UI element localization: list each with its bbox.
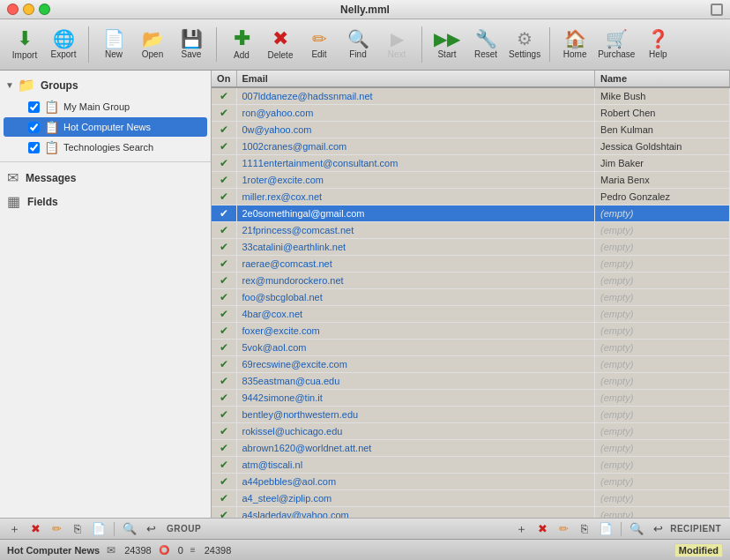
refresh-recip-button[interactable]: ↩ [649,521,667,537]
table-row[interactable]: ✔a4_steel@ziplip.com(empty) [212,490,730,507]
refresh-group-button[interactable]: ↩ [142,521,160,537]
col-on[interactable]: On [212,71,236,87]
on-cell[interactable]: ✔ [212,490,236,507]
open-button[interactable]: 📂 Open [133,27,172,62]
table-row[interactable]: ✔835eastman@cua.edu(empty) [212,373,730,390]
table-row[interactable]: ✔atm@tiscali.nl(empty) [212,457,730,474]
data-table-container[interactable]: On Email Name ✔007lddaneze@hadssnmail.ne… [212,71,730,518]
start-button[interactable]: ▶▶ Start [428,27,466,62]
table-row[interactable]: ✔21fprincess@comcast.net(empty) [212,222,730,239]
on-cell[interactable]: ✔ [212,440,236,457]
table-row[interactable]: ✔1roter@excite.comMaria Benx [212,172,730,189]
on-cell[interactable]: ✔ [212,138,236,155]
maximize-button[interactable] [39,4,50,15]
table-row[interactable]: ✔0w@yahoo.comBen Kulman [212,122,730,138]
table-row[interactable]: ✔2e0somethingal@gmail.com(empty) [212,205,730,222]
reset-button[interactable]: 🔧 Reset [466,27,505,62]
next-button[interactable]: ▶ Next [377,27,416,62]
table-row[interactable]: ✔69recswine@excite.com(empty) [212,356,730,373]
on-cell[interactable]: ✔ [212,457,236,474]
add-recip-button[interactable]: ＋ [512,521,530,537]
delete-button[interactable]: ✖ Delete [261,26,300,63]
on-cell[interactable]: ✔ [212,205,236,222]
table-row[interactable]: ✔bentley@northwestern.edu(empty) [212,407,730,423]
edit-button[interactable]: ✏ Edit [300,27,339,62]
on-cell[interactable]: ✔ [212,172,236,189]
table-row[interactable]: ✔foxer@excite.com(empty) [212,323,730,340]
col-email[interactable]: Email [236,71,595,87]
on-cell[interactable]: ✔ [212,273,236,289]
hot-computer-checkbox[interactable] [28,122,40,133]
table-row[interactable]: ✔a44pebbles@aol.com(empty) [212,474,730,490]
table-row[interactable]: ✔1002cranes@gmail.comJessica Goldshtain [212,138,730,155]
table-row[interactable]: ✔foo@sbcglobal.net(empty) [212,289,730,306]
add-button[interactable]: ✚ Add [222,26,261,63]
close-button[interactable] [7,4,19,15]
import-button[interactable]: ⬇ Import [5,26,44,63]
table-row[interactable]: ✔abrown1620@worldnet.att.net(empty) [212,440,730,457]
table-row[interactable]: ✔ron@yahoo.comRobert Chen [212,105,730,122]
home-button[interactable]: 🏠 Home [555,27,594,62]
table-row[interactable]: ✔007lddaneze@hadssnmail.netMike Bush [212,87,730,105]
edit-group-button[interactable]: ✏ [48,521,65,537]
paste-recip-button[interactable]: 📄 [597,521,615,537]
minimize-button[interactable] [23,4,34,15]
on-cell[interactable]: ✔ [212,155,236,172]
search-recip-button[interactable]: 🔍 [628,521,645,537]
groups-header[interactable]: ▼ 📁 Groups [0,74,211,96]
on-cell[interactable]: ✔ [212,323,236,340]
settings-button[interactable]: ⚙ Settings [505,27,544,62]
table-row[interactable]: ✔9442simone@tin.it(empty) [212,390,730,407]
table-row[interactable]: ✔5vok@aol.com(empty) [212,340,730,356]
delete-group-button[interactable]: ✖ [26,521,44,537]
on-cell[interactable]: ✔ [212,340,236,356]
on-cell[interactable]: ✔ [212,105,236,122]
on-cell[interactable]: ✔ [212,222,236,239]
resize-handle[interactable] [711,4,723,16]
col-name[interactable]: Name [595,71,730,87]
on-cell[interactable]: ✔ [212,239,236,256]
copy-recip-button[interactable]: ⎘ [576,521,593,537]
main-group-checkbox[interactable] [28,101,40,113]
table-row[interactable]: ✔miller.rex@cox.netPedro Gonzalez [212,189,730,205]
on-cell[interactable]: ✔ [212,289,236,306]
on-cell[interactable]: ✔ [212,306,236,323]
sidebar-item-main-group[interactable]: 📋 My Main Group [4,97,207,116]
on-cell[interactable]: ✔ [212,122,236,138]
add-group-button[interactable]: ＋ [5,521,23,537]
on-cell[interactable]: ✔ [212,390,236,407]
paste-group-button[interactable]: 📄 [90,521,108,537]
find-button[interactable]: 🔍 Find [339,27,377,62]
delete-recip-button[interactable]: ✖ [533,521,551,537]
search-group-button[interactable]: 🔍 [121,521,138,537]
export-button[interactable]: 🌐 Export [44,27,83,62]
table-row[interactable]: ✔rex@mundorockero.net(empty) [212,273,730,289]
window-controls[interactable] [7,4,50,15]
on-cell[interactable]: ✔ [212,474,236,490]
on-cell[interactable]: ✔ [212,373,236,390]
on-cell[interactable]: ✔ [212,356,236,373]
sidebar-messages[interactable]: ✉ Messages [0,166,211,190]
tech-search-checkbox[interactable] [28,142,40,153]
table-row[interactable]: ✔raerae@comcast.net(empty) [212,256,730,273]
help-button[interactable]: ❓ Help [638,27,677,62]
table-row[interactable]: ✔33catalini@earthlink.net(empty) [212,239,730,256]
new-button[interactable]: 📄 New [94,27,133,62]
sidebar-fields[interactable]: ▦ Fields [0,190,211,213]
on-cell[interactable]: ✔ [212,507,236,519]
edit-recip-button[interactable]: ✏ [555,521,572,537]
on-cell[interactable]: ✔ [212,407,236,423]
on-cell[interactable]: ✔ [212,87,236,105]
table-row[interactable]: ✔1111entertainment@consultant.comJim Bak… [212,155,730,172]
on-cell[interactable]: ✔ [212,189,236,205]
copy-group-button[interactable]: ⎘ [69,521,86,537]
table-row[interactable]: ✔a4sladeday@yahoo.com(empty) [212,507,730,519]
on-cell[interactable]: ✔ [212,423,236,440]
table-row[interactable]: ✔4bar@cox.net(empty) [212,306,730,323]
sidebar-item-tech-search[interactable]: 📋 Technologies Search [4,138,207,157]
on-cell[interactable]: ✔ [212,256,236,273]
sidebar-item-hot-computer[interactable]: 📋 Hot Computer News [4,117,207,137]
table-row[interactable]: ✔rokissel@uchicago.edu(empty) [212,423,730,440]
purchase-button[interactable]: 🛒 Purchase [594,27,638,62]
save-button[interactable]: 💾 Save [172,27,211,62]
